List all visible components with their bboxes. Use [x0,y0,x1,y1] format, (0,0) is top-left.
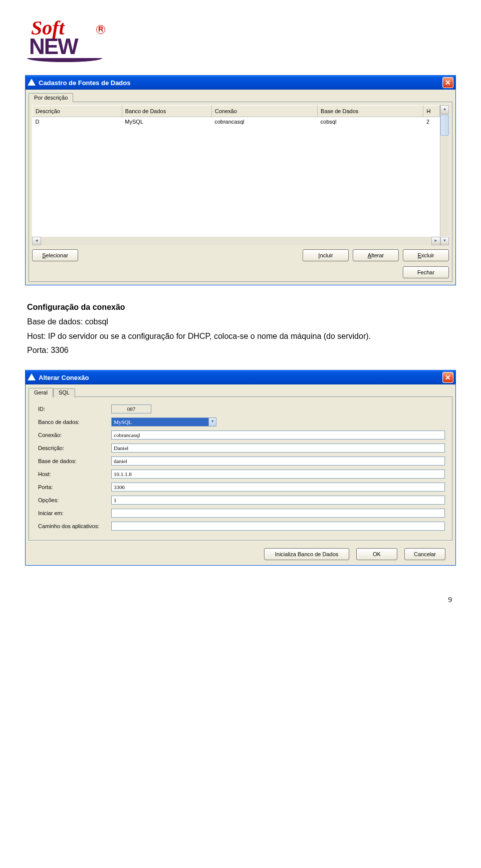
cell-conexao: cobrancasql [211,117,317,127]
base-field[interactable] [111,457,445,466]
window-alterar-conexao: Alterar Conexão ✕ Geral SQL ID: Banco de… [25,370,456,566]
scroll-up-icon[interactable]: ▲ [440,105,449,114]
vertical-scrollbar[interactable]: ▲ [440,105,449,236]
col-h[interactable]: H [423,106,440,117]
cell-h: 2 [423,117,440,127]
col-conexao[interactable]: Conexão [211,106,317,117]
window-cadastro-fontes: Cadastro de Fontes de Dados ✕ Por descri… [25,75,456,285]
selecionar-button[interactable]: Selecionar [32,249,78,261]
descricao-field[interactable] [111,444,445,453]
app-icon [28,79,36,87]
table-row[interactable]: D MySQL cobrancasql cobsql 2 [33,117,440,127]
cancelar-button[interactable]: Cancelar [404,548,445,560]
opcoes-field[interactable] [111,496,445,505]
logo-swoosh [27,58,102,62]
label-base: Base de dados: [36,455,110,467]
text-base-dados: Base de dados: cobsql [27,315,454,329]
col-base[interactable]: Base de Dados [318,106,423,117]
label-opcoes: Opções: [36,494,110,506]
fechar-button[interactable]: Fechar [403,266,449,278]
cell-banco: MySQL [122,117,211,127]
ok-button[interactable]: OK [356,548,397,560]
label-conexao: Conexão: [36,429,110,441]
tab-sql[interactable]: SQL [53,388,75,397]
heading-configuracao: Configuração da conexão [27,303,125,311]
scroll-down-icon[interactable]: ▼ [440,237,449,245]
col-descricao[interactable]: Descrição [33,106,122,117]
page-number: 9 [25,596,456,604]
inicializa-button[interactable]: Inicializa Banco de Dados [264,548,349,560]
close-icon[interactable]: ✕ [442,77,453,88]
host-field[interactable] [111,470,445,479]
id-field [111,404,151,413]
label-descricao: Descrição: [36,442,110,454]
label-host: Host: [36,468,110,480]
data-grid[interactable]: Descrição Banco de Dados Conexão Base de… [32,105,449,245]
porta-field[interactable] [111,483,445,492]
label-caminho: Caminho dos aplicativos: [36,520,110,532]
tab-por-descricao[interactable]: Por descrição [29,93,73,102]
caminho-field[interactable] [111,522,445,531]
scroll-thumb[interactable] [440,115,449,136]
label-iniciar: Iniciar em: [36,507,110,519]
col-banco[interactable]: Banco de Dados [122,106,211,117]
incluir-button[interactable]: Incluir [303,249,349,261]
tab-geral[interactable]: Geral [29,388,53,397]
label-id: ID: [36,403,110,415]
logo-registered: R [96,25,105,34]
cell-descricao: D [33,117,122,127]
label-banco: Banco de dados: [36,416,110,428]
text-host: Host: IP do servidor ou se a configuraçã… [27,329,454,344]
excluir-button[interactable]: Excluir [403,249,449,261]
alterar-button[interactable]: Alterar [353,249,399,261]
titlebar: Cadastro de Fontes de Dados ✕ [26,76,455,90]
window-title: Cadastro de Fontes de Dados [39,79,442,87]
chevron-down-icon[interactable]: ▼ [208,417,216,426]
close-icon[interactable]: ✕ [442,372,453,383]
scroll-right-icon[interactable]: ► [431,237,440,245]
app-icon [28,373,36,381]
horizontal-scrollbar[interactable]: ◄ ► [32,237,440,245]
scroll-left-icon[interactable]: ◄ [32,237,41,245]
titlebar: Alterar Conexão ✕ [26,370,455,384]
iniciar-field[interactable] [111,509,445,518]
text-porta: Porta: 3306 [27,343,454,358]
cell-base: cobsql [318,117,423,127]
logo-new: NEW [29,34,78,59]
window-title: Alterar Conexão [39,374,442,381]
label-porta: Porta: [36,481,110,493]
conexao-field[interactable] [111,430,445,440]
body-text: Configuração da conexão Base de dados: c… [27,300,454,358]
banco-combo[interactable] [111,417,208,426]
logo: Soft R NEW [25,20,105,65]
